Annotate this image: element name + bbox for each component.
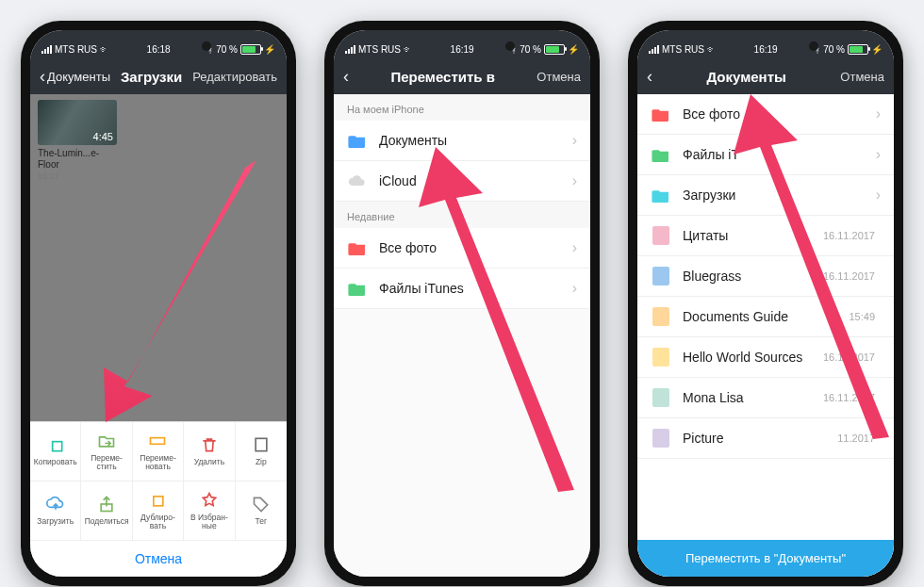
list-item[interactable]: Документы› [334,121,590,161]
action-duplicate[interactable]: Дублиро-вать [133,481,184,541]
chevron-right-icon: › [572,239,577,256]
zip-icon [251,435,272,454]
img2-icon [651,428,671,448]
action-sheet: КопироватьПереме-ститьПереиме-новатьУдал… [30,421,287,577]
move-confirm-button[interactable]: Переместить в "Документы" [637,540,894,577]
list-item[interactable]: Цитаты16.11.2017 [637,216,894,256]
phone-3: MTS RUSᯤ 16:19 ᚼ70 %⚡ ‹ Документы Отмена… [628,21,903,586]
list-item[interactable]: Файлы iTunes› [334,269,590,309]
svg-rect-2 [151,437,165,444]
txt-pink-icon [651,225,671,246]
status-bar: MTS RUSᯤ 16:19 ᚼ70 %⚡ [637,30,894,58]
action-rename[interactable]: Переиме-новать [133,422,184,481]
cloud-icon [347,171,368,191]
chevron-right-icon: › [572,132,577,149]
chevron-right-icon: › [572,172,577,189]
edit-button[interactable]: Редактировать [192,70,277,84]
action-share[interactable]: Поделиться [81,481,132,541]
folder-blue-icon [347,130,368,151]
phone-2: MTS RUSᯤ 16:19 ᚼ70 %⚡ ‹ Переместить в От… [324,21,600,586]
action-delete[interactable]: Удалить [184,422,235,481]
list-item[interactable]: Все фото› [637,94,894,135]
list-item[interactable]: iCloud› [334,161,590,202]
upload-icon [45,495,66,514]
cancel-button[interactable]: Отмена [840,70,884,84]
svg-rect-5 [154,496,163,505]
doc-orange-icon [651,306,671,327]
doc-yellow-icon [651,347,671,367]
navbar: ‹Документы Загрузки Редактировать [30,58,287,94]
chevron-right-icon: › [876,146,881,163]
list-item[interactable]: Bluegrass16.11.2017 [637,256,894,297]
move-icon [96,432,117,450]
page-title: Переместить в [390,69,495,85]
back-button[interactable]: ‹Документы [40,68,110,85]
list-item[interactable]: Загрузки› [637,175,894,216]
section-header: На моем iPhone [334,94,590,121]
folder-red-icon [651,104,671,124]
cancel-button[interactable]: Отмена [536,70,581,84]
list-item[interactable]: Все фото› [334,228,590,269]
action-move[interactable]: Переме-стить [81,422,132,481]
section-header: Недавние [334,202,590,228]
back-button[interactable]: ‹ [343,68,349,85]
cancel-button[interactable]: Отмена [30,541,287,577]
action-tag[interactable]: Тег [236,481,287,541]
folder-green-icon [651,144,671,165]
back-button[interactable]: ‹ [647,68,652,85]
list-item[interactable]: Documents Guide15:49 [637,297,894,337]
tag-icon [251,495,272,514]
video-thumb[interactable]: 4:45 The-Lumin...e-Floor 16:17 [38,100,117,181]
phone-1: MTS RUSᯤ 16:18 ᚼ70 %⚡ ‹Документы Загрузк… [21,21,296,586]
svg-rect-3 [256,439,267,451]
img-icon [651,387,671,408]
action-fav[interactable]: В Избран-ные [184,481,235,541]
list-item[interactable]: Mona Lisa16.11.2017 [637,378,894,418]
status-bar: MTS RUSᯤ 16:19 ᚼ70 %⚡ [334,30,590,58]
share-icon [96,495,117,514]
page-title: Документы [707,69,786,85]
chevron-right-icon: › [876,187,881,204]
chevron-right-icon: › [572,280,577,297]
copy-icon [45,435,66,454]
note-blue-icon [651,266,671,286]
svg-rect-0 [52,442,61,451]
status-bar: MTS RUSᯤ 16:18 ᚼ70 %⚡ [30,30,287,58]
fav-icon [199,491,220,510]
action-upload[interactable]: Загрузить [30,481,81,541]
list-item[interactable]: Picture11.2017 [637,418,894,459]
list-item[interactable]: Hello World Sources16.11.2017 [637,337,894,378]
folder-green-icon [347,278,368,299]
action-copy[interactable]: Копировать [30,422,81,481]
list-item[interactable]: Файлы iT› [637,135,894,175]
chevron-right-icon: › [876,106,881,122]
duplicate-icon [147,491,168,510]
delete-icon [199,435,220,454]
folder-red-icon [347,237,368,258]
folder-cyan-icon [651,185,671,205]
action-zip[interactable]: Zip [236,422,287,481]
rename-icon [147,432,168,450]
page-title: Загрузки [121,69,182,85]
